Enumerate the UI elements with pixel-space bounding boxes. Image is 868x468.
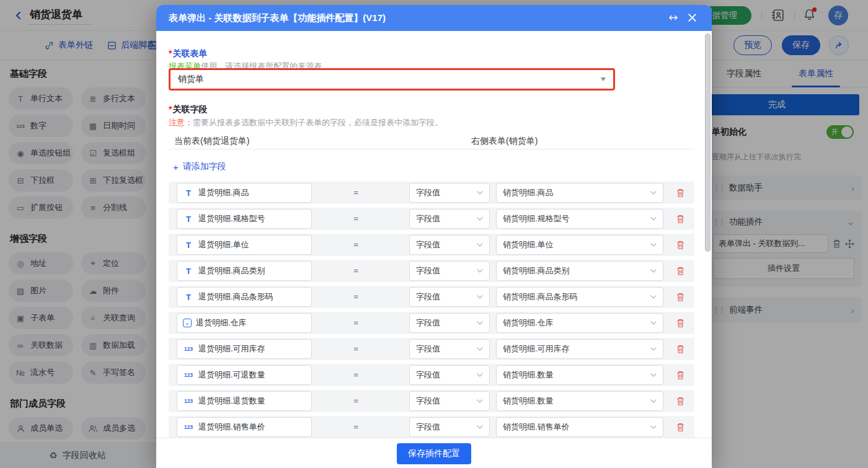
equals-sign: = (350, 234, 362, 256)
related-fields-note: 注意：需要从报表多选数据中关联到子表单的字段，必须是报表中添加字段。 (169, 117, 443, 128)
chevron-down-icon (650, 217, 657, 221)
right-field-select[interactable]: 销货明细.单位 (496, 235, 663, 255)
chevron-down-icon (650, 399, 657, 403)
chevron-down-icon (650, 425, 657, 429)
mapping-row: T退货明细.规格型号=字段值销货明细.规格型号 (169, 208, 694, 230)
plugin-config-modal: 表单弹出 - 关联数据到子表单【功能插件配置】(V17) *关联表单 报表菜单使… (156, 5, 712, 468)
chevron-down-icon (650, 321, 657, 325)
trash-icon[interactable] (676, 240, 685, 250)
value-type-select[interactable]: 字段值 (409, 417, 490, 437)
value-type-select[interactable]: 字段值 (409, 391, 490, 411)
value-type-select[interactable]: 字段值 (409, 287, 490, 307)
chevron-down-icon (477, 269, 483, 273)
save-plugin-config-button[interactable]: 保存插件配置 (397, 443, 471, 464)
modal-footer: 保存插件配置 (156, 438, 712, 468)
chevron-down-icon (650, 295, 657, 299)
scrollbar-thumb[interactable] (705, 33, 711, 252)
value-type-select[interactable]: 字段值 (409, 235, 490, 255)
left-field[interactable]: T退货明细.商品类别 (177, 261, 312, 281)
close-icon[interactable] (688, 13, 697, 22)
chevron-down-icon (477, 321, 483, 325)
chevron-down-icon (477, 399, 483, 403)
left-field[interactable]: 123退货明细.销售单价 (177, 417, 312, 437)
right-field-select[interactable]: 销货明细.数量 (496, 365, 663, 385)
chevron-down-icon (650, 373, 657, 377)
chevron-down-icon (650, 191, 657, 195)
text-field-icon: T (183, 293, 194, 302)
right-field-select[interactable]: 销货明细.商品类别 (496, 261, 663, 281)
right-field-select[interactable]: 销货明细.仓库 (496, 313, 663, 333)
related-fields-label: *关联字段 (169, 104, 207, 115)
text-field-icon: T (183, 214, 194, 224)
number-field-icon: 123 (183, 424, 194, 430)
left-field[interactable]: T退货明细.商品条形码 (177, 287, 312, 307)
required-asterisk: * (169, 104, 172, 114)
related-form-value: 销货单 (178, 74, 204, 85)
number-field-icon: 123 (183, 372, 194, 378)
number-field-icon: 123 (183, 346, 194, 352)
text-field-icon: T (183, 188, 194, 198)
right-field-select[interactable]: 销货明细.规格型号 (496, 209, 663, 229)
value-type-select[interactable]: 字段值 (409, 209, 490, 229)
trash-icon[interactable] (676, 292, 685, 302)
modal-title: 表单弹出 - 关联数据到子表单【功能插件配置】(V17) (169, 12, 386, 24)
mapping-rows: T退货明细.商品=字段值销货明细.商品T退货明细.规格型号=字段值销货明细.规格… (169, 182, 694, 442)
chevron-down-icon (477, 347, 483, 351)
chevron-down-icon (477, 191, 483, 195)
related-form-label: *关联表单 (169, 48, 207, 60)
chevron-down-icon (477, 373, 483, 377)
text-field-icon: T (183, 241, 194, 250)
value-type-select[interactable]: 字段值 (409, 183, 490, 203)
modal-header: 表单弹出 - 关联数据到子表单【功能插件配置】(V17) (156, 5, 712, 31)
select-field-icon: ⌄ (183, 319, 192, 327)
required-asterisk: * (169, 48, 172, 58)
trash-icon[interactable] (676, 344, 685, 354)
trash-icon[interactable] (676, 396, 685, 406)
divider (169, 149, 694, 149)
equals-sign: = (350, 182, 362, 204)
trash-icon[interactable] (676, 214, 685, 224)
trash-icon[interactable] (676, 422, 685, 432)
mapping-row: 123退货明细.销售单价=字段值销货明细.销售单价 (169, 416, 694, 438)
trash-icon[interactable] (676, 188, 685, 198)
right-field-select[interactable]: 销货明细.商品 (496, 183, 663, 203)
right-field-select[interactable]: 销货明细.销售单价 (496, 417, 663, 437)
value-type-select[interactable]: 字段值 (409, 339, 490, 359)
note-prefix: 注意： (169, 118, 193, 127)
left-field[interactable]: 123退货明细.退货数量 (177, 391, 312, 411)
mapping-row: T退货明细.单位=字段值销货明细.单位 (169, 234, 694, 256)
left-column-header: 当前表(销货退货单) (174, 136, 249, 147)
text-field-icon: T (183, 267, 194, 276)
right-field-select[interactable]: 销货明细.数量 (496, 391, 663, 411)
chevron-down-icon (477, 243, 483, 247)
equals-sign: = (350, 390, 362, 412)
plus-icon: + (173, 162, 179, 172)
number-field-icon: 123 (183, 398, 194, 404)
trash-icon[interactable] (676, 318, 685, 328)
trash-icon[interactable] (676, 370, 685, 380)
chevron-down-icon (650, 347, 657, 351)
right-field-select[interactable]: 销货明细.商品条形码 (496, 287, 663, 307)
left-field[interactable]: T退货明细.商品 (177, 183, 312, 203)
chevron-down-icon (477, 425, 483, 429)
chevron-down-icon (477, 217, 483, 221)
left-field[interactable]: 123退货明细.可退数量 (177, 365, 312, 385)
add-field-button[interactable]: + 请添加字段 (173, 161, 226, 172)
expand-icon[interactable] (667, 14, 680, 22)
left-field[interactable]: 123退货明细.可用库存 (177, 339, 312, 359)
right-field-select[interactable]: 销货明细.可用库存 (496, 339, 663, 359)
left-field[interactable]: T退货明细.单位 (177, 235, 312, 255)
trash-icon[interactable] (676, 266, 685, 276)
mapping-row: 123退货明细.退货数量=字段值销货明细.数量 (169, 390, 694, 412)
value-type-select[interactable]: 字段值 (409, 365, 490, 385)
value-type-select[interactable]: 字段值 (409, 313, 490, 333)
add-field-label: 请添加字段 (183, 161, 226, 172)
left-field[interactable]: T退货明细.规格型号 (177, 209, 312, 229)
dropdown-arrow-icon (601, 77, 606, 81)
mapping-row: ⌄退货明细.仓库=字段值销货明细.仓库 (169, 312, 694, 334)
mapping-row: T退货明细.商品类别=字段值销货明细.商品类别 (169, 260, 694, 282)
related-form-select[interactable]: 销货单 (169, 68, 615, 91)
mapping-row: T退货明细.商品=字段值销货明细.商品 (169, 182, 694, 204)
left-field[interactable]: ⌄退货明细.仓库 (177, 313, 312, 333)
value-type-select[interactable]: 字段值 (409, 261, 490, 281)
